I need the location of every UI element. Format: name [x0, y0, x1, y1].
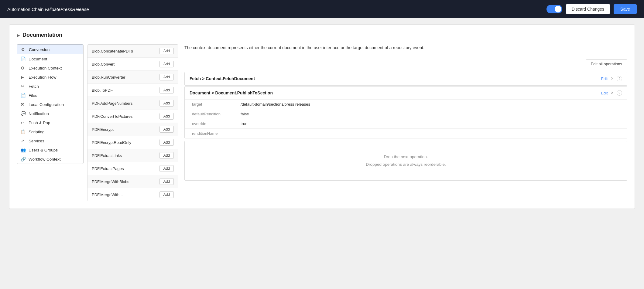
- sidebar-item-execution-context[interactable]: ⚙Execution Context: [17, 63, 83, 73]
- ops-add-button[interactable]: Add: [159, 61, 174, 67]
- sidebar-icon-execution-flow: ▶: [21, 75, 26, 80]
- ops-add-button[interactable]: Add: [159, 152, 174, 159]
- right-panel: The context document represents either t…: [184, 44, 627, 201]
- ops-row: Blob.ConcatenatePDFsAdd: [87, 45, 178, 58]
- ops-add-button[interactable]: Add: [159, 139, 174, 146]
- save-button[interactable]: Save: [614, 4, 637, 14]
- ops-name: PDF.ExtractLinks: [92, 153, 122, 158]
- op-edit-link-1[interactable]: Edit: [601, 91, 608, 95]
- op-param-key: target: [192, 102, 241, 107]
- op-card-header-1: Document > Document.PublishToSection Edi…: [185, 87, 627, 100]
- sidebar-item-services[interactable]: ↗Services: [17, 136, 83, 145]
- sidebar-label-local-config: Local Configuration: [29, 102, 64, 107]
- op-param-val: false: [241, 112, 249, 116]
- doc-collapse-arrow[interactable]: ▶: [17, 33, 20, 38]
- ops-row: PDF.EncryptReadOnlyAdd: [87, 136, 178, 149]
- op-param-key: override: [192, 121, 241, 126]
- op-param-row: defaultRendition false: [185, 109, 627, 119]
- op-param-row: target /default-domain/sections/press re…: [185, 100, 627, 109]
- ops-row: PDF.ExtractLinksAdd: [87, 149, 178, 162]
- ops-name: PDF.ConvertToPictures: [92, 114, 132, 119]
- operations-list: Blob.ConcatenatePDFsAddBlob.ConvertAddBl…: [87, 44, 178, 201]
- drop-zone-line2: Dropped operations are always reorderabl…: [191, 161, 621, 168]
- sidebar-icon-users-groups: 👥: [21, 148, 26, 152]
- sidebar-label-execution-context: Execution Context: [29, 66, 62, 70]
- ops-add-button[interactable]: Add: [159, 100, 174, 107]
- drop-zone: Drop the next operation. Dropped operati…: [184, 141, 627, 181]
- ops-row: PDF.MergeWithBlobsAdd: [87, 175, 178, 188]
- sidebar-icon-execution-context: ⚙: [21, 66, 26, 70]
- op-close-0[interactable]: ×: [611, 76, 614, 81]
- ops-add-button[interactable]: Add: [159, 165, 174, 172]
- sidebar-icon-conversion: ⚙: [21, 47, 26, 52]
- sidebar-icon-services: ↗: [21, 138, 26, 143]
- edit-all-container: Edit all operations: [184, 59, 627, 68]
- op-card-actions-1: Edit × ?: [601, 90, 622, 96]
- sidebar-item-files[interactable]: 📄Files: [17, 91, 83, 100]
- op-close-1[interactable]: ×: [611, 90, 614, 96]
- op-card-header-0: Fetch > Context.FetchDocument Edit × ?: [185, 72, 627, 85]
- sidebar-item-fetch[interactable]: ✂Fetch: [17, 82, 83, 91]
- op-card-title-0: Fetch > Context.FetchDocument: [190, 76, 255, 81]
- op-card-body-1: target /default-domain/sections/press re…: [185, 100, 627, 138]
- ops-name: PDF.MergeWith...: [92, 192, 123, 197]
- sidebar-item-document[interactable]: 📄Document: [17, 54, 83, 63]
- op-edit-link-0[interactable]: Edit: [601, 76, 608, 81]
- op-help-0[interactable]: ?: [617, 76, 622, 81]
- ops-add-button[interactable]: Add: [159, 191, 174, 198]
- op-card-actions-0: Edit × ?: [601, 76, 622, 81]
- sidebar-item-conversion[interactable]: ⚙Conversion: [17, 45, 83, 54]
- sidebar-item-users-groups[interactable]: 👥Users & Groups: [17, 145, 83, 155]
- op-param-val: /default-domain/sections/press releases: [241, 102, 310, 107]
- doc-header: ▶ Documentation: [17, 32, 627, 38]
- sidebar-item-scripting[interactable]: 📋Scripting: [17, 127, 83, 136]
- ops-row: PDF.AddPageNumbersAdd: [87, 97, 178, 110]
- sidebar-label-workflow-context: Workflow Context: [29, 157, 61, 162]
- ops-name: Blob.RunConverter: [92, 75, 125, 80]
- ops-name: PDF.EncryptReadOnly: [92, 140, 131, 145]
- ops-row: PDF.ExtractPagesAdd: [87, 162, 178, 175]
- sidebar-icon-files: 📄: [21, 93, 26, 98]
- sidebar-item-notification[interactable]: 💬Notification: [17, 109, 83, 118]
- sidebar-icon-notification: 💬: [21, 111, 26, 116]
- sidebar-icon-document: 📄: [21, 56, 26, 61]
- ops-add-button[interactable]: Add: [159, 87, 174, 93]
- op-card-title-1: Document > Document.PublishToSection: [190, 90, 273, 95]
- op-cards-area: Fetch > Context.FetchDocument Edit × ? D…: [184, 72, 627, 138]
- topbar: Automation Chain validatePressRelease Di…: [0, 0, 644, 18]
- op-help-1[interactable]: ?: [617, 90, 622, 96]
- ops-name: PDF.ExtractPages: [92, 166, 124, 171]
- ops-name: Blob.Convert: [92, 62, 115, 66]
- sidebar-label-execution-flow: Execution Flow: [29, 75, 57, 80]
- sidebar-item-workflow-context[interactable]: 🔗Workflow Context: [17, 155, 83, 164]
- sidebar-label-document: Document: [29, 57, 47, 61]
- sidebar-label-fetch: Fetch: [29, 84, 39, 89]
- sidebar-icon-workflow-context: 🔗: [21, 157, 26, 162]
- ops-add-button[interactable]: Add: [159, 74, 174, 80]
- ops-add-button[interactable]: Add: [159, 126, 174, 133]
- toggle-switch[interactable]: [546, 5, 562, 13]
- context-description: The context document represents either t…: [184, 44, 627, 55]
- ops-row: Blob.RunConverterAdd: [87, 71, 178, 84]
- sidebar-icon-fetch: ✂: [21, 84, 26, 89]
- ops-add-button[interactable]: Add: [159, 178, 174, 185]
- sidebar-item-push-pop[interactable]: ↩Push & Pop: [17, 118, 83, 127]
- toggle-knob: [555, 6, 561, 12]
- ops-name: PDF.AddPageNumbers: [92, 101, 132, 106]
- category-sidebar: ⚙Conversion📄Document⚙Execution Context▶E…: [17, 44, 84, 164]
- ops-name: Blob.ToPDF: [92, 88, 113, 93]
- main-content: ▶ Documentation ⚙Conversion📄Document⚙Exe…: [9, 24, 635, 209]
- edit-all-operations-button[interactable]: Edit all operations: [586, 59, 627, 68]
- sidebar-item-execution-flow[interactable]: ▶Execution Flow: [17, 73, 83, 82]
- ops-add-button[interactable]: Add: [159, 113, 174, 120]
- drop-zone-line1: Drop the next operation.: [191, 153, 621, 161]
- ops-add-button[interactable]: Add: [159, 48, 174, 54]
- op-card-1: Document > Document.PublishToSection Edi…: [184, 86, 627, 138]
- main-layout: ⚙Conversion📄Document⚙Execution Context▶E…: [17, 44, 627, 201]
- discard-changes-button[interactable]: Discard Changes: [566, 4, 610, 14]
- sidebar-item-local-config[interactable]: ✖Local Configuration: [17, 100, 83, 109]
- ops-row: Blob.ToPDFAdd: [87, 84, 178, 97]
- sidebar-label-services: Services: [29, 139, 44, 143]
- op-param-key: defaultRendition: [192, 112, 241, 116]
- sidebar-icon-push-pop: ↩: [21, 120, 26, 125]
